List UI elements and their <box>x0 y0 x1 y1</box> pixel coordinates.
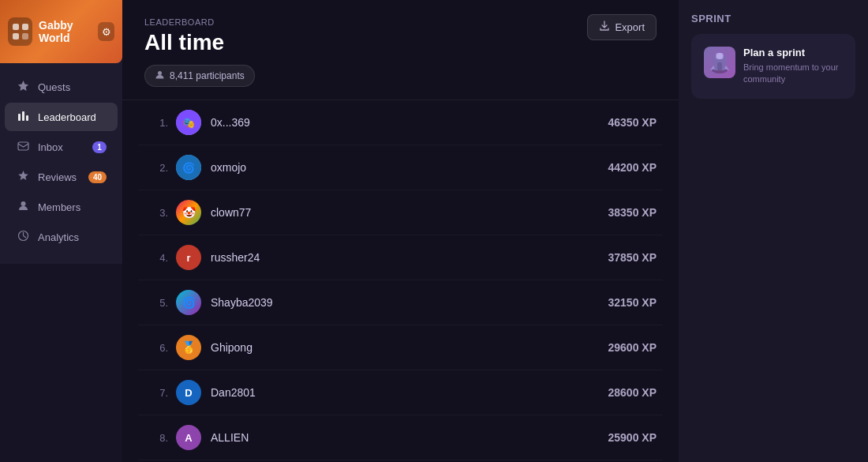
rank: 4. <box>144 252 168 264</box>
page-title: All time <box>144 30 657 55</box>
sidebar-title: Gabby World <box>39 19 98 44</box>
export-button[interactable]: Export <box>587 14 657 40</box>
export-icon <box>599 21 610 34</box>
sidebar-bottom <box>0 264 122 462</box>
settings-icon[interactable]: ⚙ <box>98 22 114 41</box>
main-content: Leaderboard All time 8,411 participants … <box>122 0 679 462</box>
inbox-icon <box>16 140 30 154</box>
xp-score: 37850 XP <box>586 251 657 264</box>
reviews-badge: 40 <box>88 171 107 183</box>
sidebar-header: Gabby World ⚙ <box>0 0 122 63</box>
rank: 5. <box>144 297 168 309</box>
inbox-badge: 1 <box>92 141 107 153</box>
sprint-card-content: Plan a sprint Bring momentum to your com… <box>704 47 843 86</box>
leaderboard-header: Leaderboard All time 8,411 participants … <box>122 0 679 100</box>
right-panel: Sprint Plan a sprint Bring momentum to y… <box>679 0 868 462</box>
table-row[interactable]: 5. 🌀 Shayba2039 32150 XP <box>138 280 663 325</box>
svg-rect-0 <box>13 24 19 30</box>
sidebar-item-label: Inbox <box>38 141 63 153</box>
xp-score: 25900 XP <box>586 431 657 444</box>
sidebar-logo: Gabby World <box>8 17 98 46</box>
sidebar-item-inbox[interactable]: Inbox 1 <box>5 133 118 161</box>
rank: 8. <box>144 432 168 444</box>
sidebar-item-label: Leaderboard <box>38 111 96 123</box>
xp-score: 29600 XP <box>586 341 657 354</box>
table-row[interactable]: 4. r russher24 37850 XP <box>138 235 663 280</box>
svg-text:🌀: 🌀 <box>182 296 196 310</box>
username: russher24 <box>211 251 586 264</box>
svg-rect-1 <box>22 24 28 30</box>
quests-icon <box>16 80 30 94</box>
username: ALLIEN <box>211 431 586 444</box>
avatar: 🌀 <box>176 290 201 315</box>
sidebar-item-label: Reviews <box>38 171 77 183</box>
sidebar-item-quests[interactable]: Quests <box>5 73 118 101</box>
xp-score: 46350 XP <box>586 116 657 129</box>
avatar: 🤡 <box>176 200 201 225</box>
table-row[interactable]: 8. A ALLIEN 25900 XP <box>138 415 663 460</box>
sprint-avatar-icon <box>704 47 735 78</box>
export-label: Export <box>615 21 645 33</box>
username: Ghipong <box>211 341 586 354</box>
table-row[interactable]: 6. 🥇 Ghipong 29600 XP <box>138 325 663 370</box>
rank: 7. <box>144 387 168 399</box>
avatar: 🎭 <box>176 110 201 135</box>
xp-score: 38350 XP <box>586 206 657 219</box>
table-row[interactable]: 1. 🎭 0x...369 46350 XP <box>138 100 663 145</box>
xp-score: 28600 XP <box>586 386 657 399</box>
svg-text:🌀: 🌀 <box>182 161 196 175</box>
username: 0x...369 <box>211 116 586 129</box>
svg-point-10 <box>158 71 162 75</box>
rank: 3. <box>144 207 168 219</box>
reviews-icon <box>16 170 30 184</box>
analytics-icon <box>16 230 30 244</box>
sidebar-item-reviews[interactable]: Reviews 40 <box>5 163 118 191</box>
table-row[interactable]: 2. 🌀 oxmojo 44200 XP <box>138 145 663 190</box>
svg-rect-5 <box>22 111 24 121</box>
username: Shayba2039 <box>211 296 586 309</box>
breadcrumb: Leaderboard <box>144 17 657 27</box>
logo-icon <box>8 17 32 46</box>
sidebar-item-label: Members <box>38 201 80 213</box>
username: oxmojo <box>211 161 586 174</box>
participants-badge[interactable]: 8,411 participants <box>144 65 255 87</box>
table-row[interactable]: 7. D Dan2801 28600 XP <box>138 370 663 415</box>
participants-count: 8,411 participants <box>170 70 245 81</box>
leaderboard-list: 1. 🎭 0x...369 46350 XP 2. 🌀 oxmojo 44200… <box>122 100 679 462</box>
sidebar-item-leaderboard[interactable]: Leaderboard <box>5 103 118 131</box>
members-icon <box>16 200 30 214</box>
sprint-card-desc: Bring momentum to your community <box>743 62 843 86</box>
xp-score: 32150 XP <box>586 296 657 309</box>
rank: 2. <box>144 162 168 174</box>
svg-text:🎭: 🎭 <box>182 116 196 130</box>
participants-icon <box>155 69 165 82</box>
rank: 1. <box>144 117 168 129</box>
svg-rect-7 <box>18 142 28 150</box>
sprint-card-title: Plan a sprint <box>743 47 843 58</box>
avatar: r <box>176 245 201 270</box>
svg-point-24 <box>716 53 723 59</box>
username: clown77 <box>211 206 586 219</box>
sidebar-item-label: Analytics <box>38 231 79 243</box>
avatar: D <box>176 380 201 405</box>
sidebar-item-label: Quests <box>38 81 70 93</box>
table-row[interactable]: 3. 🤡 clown77 38350 XP <box>138 190 663 235</box>
leaderboard-icon <box>16 110 30 124</box>
rank: 6. <box>144 342 168 354</box>
svg-rect-2 <box>13 33 19 39</box>
sprint-info: Plan a sprint Bring momentum to your com… <box>743 47 843 86</box>
avatar: A <box>176 425 201 450</box>
svg-rect-3 <box>22 33 28 39</box>
sidebar-item-members[interactable]: Members <box>5 193 118 221</box>
sidebar-item-analytics[interactable]: Analytics <box>5 223 118 251</box>
xp-score: 44200 XP <box>586 161 657 174</box>
avatar: 🌀 <box>176 155 201 180</box>
svg-rect-4 <box>18 114 21 121</box>
sprint-card[interactable]: Plan a sprint Bring momentum to your com… <box>691 34 855 99</box>
username: Dan2801 <box>211 386 586 399</box>
sprint-section-title: Sprint <box>691 13 855 24</box>
sidebar: Gabby World ⚙ Quests Leaderboard Inbox 1 <box>0 0 122 462</box>
sidebar-nav: Quests Leaderboard Inbox 1 Reviews 40 <box>0 63 122 261</box>
svg-point-8 <box>21 201 25 206</box>
svg-rect-25 <box>717 62 722 70</box>
